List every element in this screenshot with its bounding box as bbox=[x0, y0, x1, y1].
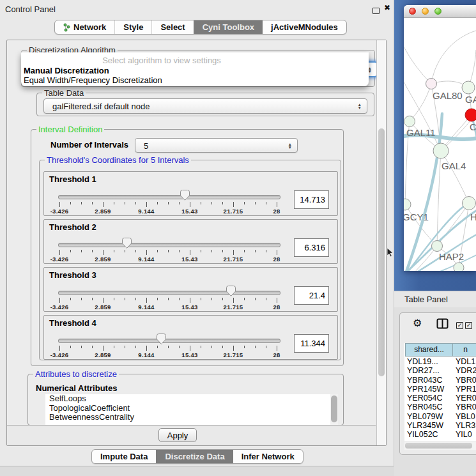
tab-label: Discretize Data bbox=[165, 452, 224, 461]
network-node-gal4[interactable] bbox=[433, 143, 449, 158]
cell-shared-name[interactable]: YBL079W bbox=[407, 412, 443, 421]
cell-name[interactable]: YDL1 bbox=[456, 357, 475, 366]
threshold-3-value-input[interactable] bbox=[294, 286, 329, 305]
node-label: GA bbox=[465, 94, 476, 105]
network-node-ga[interactable] bbox=[462, 81, 475, 94]
cell-shared-name[interactable]: YER054C bbox=[407, 394, 443, 403]
tab-style[interactable]: Style bbox=[114, 20, 151, 34]
panel-scrollbar-thumb[interactable] bbox=[378, 128, 385, 376]
cell-name[interactable]: YDR2 bbox=[456, 366, 476, 375]
slider-tick bbox=[277, 202, 277, 207]
mac-minimize-icon[interactable] bbox=[422, 8, 429, 15]
panel-scrollbar[interactable] bbox=[376, 40, 386, 445]
table-row-ydr27[interactable]: YDR27...YDR2 bbox=[404, 366, 476, 375]
slider-tick bbox=[146, 202, 147, 207]
threshold-1-slider-track[interactable] bbox=[58, 195, 280, 199]
slider-tick bbox=[266, 250, 266, 252]
slider-tick bbox=[81, 202, 82, 204]
network-node-h[interactable] bbox=[463, 197, 476, 210]
cell-shared-name[interactable]: YBR043C bbox=[407, 376, 443, 385]
threshold-3-slider-track[interactable] bbox=[58, 291, 280, 295]
apply-button[interactable]: Apply bbox=[158, 428, 197, 442]
table-row-ypr145w[interactable]: YPR145WYPR1 bbox=[404, 385, 476, 394]
network-node-hap2[interactable] bbox=[432, 241, 443, 252]
slider-tick bbox=[233, 346, 234, 351]
slider-tick bbox=[190, 298, 190, 303]
tab-infer-network[interactable]: Infer Network bbox=[233, 450, 303, 463]
network-node-c[interactable] bbox=[465, 109, 476, 121]
table-row-ybr045c[interactable]: YBR045CYBR0 bbox=[404, 403, 476, 411]
cell-name[interactable]: YPR1 bbox=[456, 385, 476, 394]
table-row-ydl19[interactable]: YDL19...YDL1 bbox=[404, 357, 476, 366]
dropdown-option-equal-width-frequency-discretization[interactable]: Equal Width/Frequency Discretization bbox=[24, 75, 162, 85]
threshold-4-value-input[interactable] bbox=[294, 334, 329, 353]
number-of-intervals-combo[interactable]: 5 ▲▼ bbox=[135, 138, 298, 153]
threshold-2-slider-thumb[interactable] bbox=[121, 237, 132, 249]
table-h-scrollbar-thumb[interactable] bbox=[405, 443, 472, 449]
tab-label: Cyni Toolbox bbox=[203, 22, 254, 32]
list-scrollbar-thumb[interactable] bbox=[331, 395, 337, 422]
column-layout-icon[interactable] bbox=[436, 318, 449, 329]
list-item-betweennesscentrality[interactable]: BetweennessCentrality bbox=[45, 413, 338, 422]
list-item-selfloops[interactable]: SelfLoops bbox=[45, 394, 338, 404]
cell-shared-name[interactable]: YDR27... bbox=[407, 366, 440, 375]
cell-name[interactable]: YIL0 bbox=[456, 430, 472, 439]
cell-name[interactable]: YBL0 bbox=[456, 412, 475, 421]
threshold-3-slider-thumb[interactable] bbox=[226, 285, 236, 297]
network-window-titlebar[interactable] bbox=[404, 5, 476, 18]
threshold-1-slider-thumb[interactable] bbox=[180, 189, 190, 201]
tab-jactivemnodules[interactable]: jActiveMNodules bbox=[263, 20, 346, 34]
list-scrollbar[interactable] bbox=[330, 394, 338, 426]
mac-close-icon[interactable] bbox=[409, 8, 416, 15]
cell-shared-name[interactable]: YDL19... bbox=[407, 357, 438, 366]
close-icon[interactable]: ✖ bbox=[384, 3, 390, 12]
threshold-4-slider-thumb[interactable] bbox=[156, 333, 167, 345]
threshold-2-slider-track[interactable] bbox=[58, 243, 280, 247]
tab-select[interactable]: Select bbox=[151, 20, 193, 34]
table-h-scrollbar[interactable] bbox=[404, 441, 476, 450]
tab-impute-data[interactable]: Impute Data bbox=[92, 450, 156, 463]
slider-tick bbox=[179, 250, 180, 252]
cell-name[interactable]: YBR0 bbox=[456, 376, 476, 385]
cell-name[interactable]: YER0 bbox=[456, 394, 476, 403]
threshold-2-value-input[interactable] bbox=[294, 238, 329, 257]
slider-tick bbox=[168, 298, 169, 300]
checkbox-icon[interactable]: ✓ bbox=[456, 322, 463, 329]
network-node[interactable] bbox=[454, 263, 464, 271]
threshold-4-slider-track[interactable] bbox=[58, 339, 280, 343]
cell-name[interactable]: YBR0 bbox=[456, 403, 476, 411]
threshold-1-value-input[interactable] bbox=[294, 190, 329, 209]
dropdown-option-manual-discretization[interactable]: Manual Discretization bbox=[24, 66, 109, 75]
slider-tick-label: -3.426 bbox=[50, 208, 69, 215]
numerical-attributes-list[interactable]: SelfLoopsTopologicalCoefficientBetweenne… bbox=[45, 394, 338, 426]
column-header-name[interactable]: n bbox=[453, 343, 476, 357]
table-row-yer054c[interactable]: YER054CYER0 bbox=[404, 394, 476, 403]
mac-zoom-icon[interactable] bbox=[434, 8, 441, 15]
cell-shared-name[interactable]: YBR045C bbox=[407, 403, 443, 411]
table-row-ylr345w[interactable]: YLR345WYLR3 bbox=[404, 421, 476, 430]
table-row-ybr043c[interactable]: YBR043CYBR0 bbox=[404, 376, 476, 385]
slider-tick bbox=[103, 250, 104, 255]
network-node-gal80[interactable] bbox=[426, 79, 437, 89]
tab-cyni-toolbox[interactable]: Cyni Toolbox bbox=[194, 20, 263, 34]
cell-shared-name[interactable]: YLR345W bbox=[407, 421, 443, 430]
list-item-topologicalcoefficient[interactable]: TopologicalCoefficient bbox=[45, 404, 338, 413]
slider-tick-label: 9.144 bbox=[138, 351, 154, 358]
slider-tick bbox=[125, 346, 125, 348]
float-window-icon[interactable] bbox=[372, 8, 380, 14]
column-header-shared-name[interactable]: shared... bbox=[405, 343, 453, 357]
node-label: GAL11 bbox=[406, 127, 436, 138]
tab-network[interactable]: Network bbox=[55, 20, 114, 34]
table-row-yil052c[interactable]: YIL052CYIL0 bbox=[404, 430, 476, 439]
cell-shared-name[interactable]: YPR145W bbox=[407, 385, 444, 394]
network-node-gal11[interactable] bbox=[404, 116, 415, 127]
table-data-combo[interactable]: galFiltered.sif default node ▲▼ bbox=[43, 98, 367, 114]
tab-discretize-data[interactable]: Discretize Data bbox=[156, 450, 233, 463]
gear-icon[interactable]: ⚙ bbox=[413, 317, 422, 329]
cell-shared-name[interactable]: YIL052C bbox=[407, 430, 438, 439]
checkbox-icon[interactable]: ✓ bbox=[465, 322, 472, 329]
network-node-gcy1[interactable] bbox=[404, 199, 411, 210]
network-canvas[interactable]: GAL80GACGAL11GAL4GCY1HHAP2 bbox=[404, 18, 476, 271]
cell-name[interactable]: YLR3 bbox=[456, 421, 475, 430]
table-row-ybl079w[interactable]: YBL079WYBL0 bbox=[404, 412, 476, 421]
